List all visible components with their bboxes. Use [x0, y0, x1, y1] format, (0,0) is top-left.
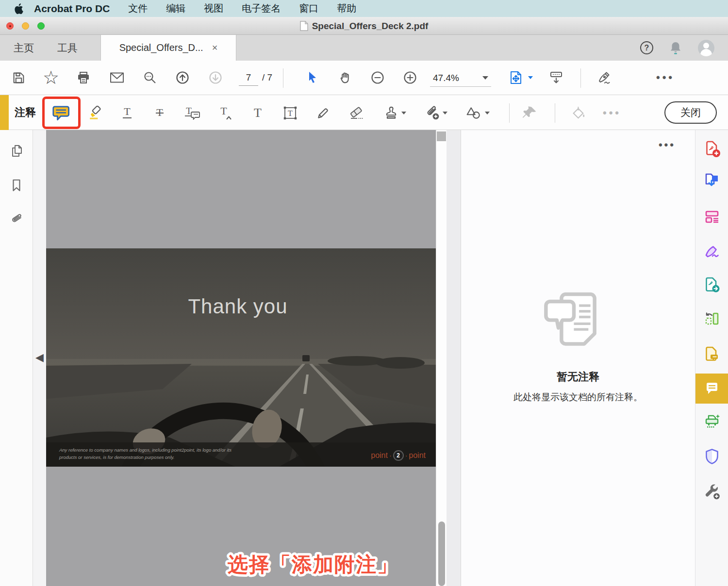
- svg-text:T: T: [156, 106, 163, 118]
- eraser-icon[interactable]: [345, 101, 368, 125]
- previous-page-icon[interactable]: [171, 66, 194, 89]
- page-total-label: / 7: [262, 72, 272, 83]
- more-comment-tools-icon[interactable]: •••: [600, 101, 624, 125]
- comments-empty-title: 暂无注释: [557, 370, 599, 384]
- acrobat-window: Acrobat Pro DC 文件 编辑 视图 电子签名 窗口 帮助 Speci…: [0, 0, 728, 586]
- add-text-comment-icon[interactable]: T: [246, 101, 269, 125]
- slide-title: Thank you: [46, 295, 430, 318]
- point2point-logo: point · 2 · point: [371, 450, 426, 461]
- tab-document[interactable]: Special_Offers_D... ×: [101, 35, 236, 61]
- collapse-toolbar-icon[interactable]: [545, 66, 568, 89]
- window-title: Special_Offers_Deck 2.pdf: [312, 21, 429, 32]
- insert-text-icon[interactable]: T: [214, 101, 237, 125]
- export-share-pdf-icon[interactable]: [703, 276, 721, 293]
- comment-toolbar: 注释 T T T T T T: [0, 95, 728, 130]
- edit-pdf-icon[interactable]: [703, 208, 721, 225]
- chevron-down-icon[interactable]: [526, 66, 535, 89]
- page-thumbnails-icon[interactable]: [9, 144, 24, 158]
- chevron-down-icon: [482, 76, 488, 80]
- menu-item-file[interactable]: 文件: [128, 2, 148, 15]
- scrollbar-nub[interactable]: [437, 131, 446, 141]
- next-page-icon[interactable]: [204, 66, 227, 89]
- tab-close-icon[interactable]: ×: [212, 42, 218, 53]
- tab-document-label: Special_Offers_D...: [119, 42, 203, 53]
- notifications-bell-icon[interactable]: [669, 41, 682, 55]
- protect-pdf-icon[interactable]: [703, 448, 721, 465]
- document-canvas: Thank you Any reference to company names…: [46, 130, 436, 586]
- previous-page-chevron[interactable]: ◀: [35, 351, 44, 364]
- save-icon[interactable]: [7, 66, 30, 89]
- bookmarks-icon[interactable]: [10, 179, 23, 192]
- slide-disclaimer: Any reference to company names and logos…: [59, 446, 232, 461]
- menu-item-edit[interactable]: 编辑: [166, 2, 185, 15]
- document-icon: [300, 21, 308, 31]
- strikethrough-text-icon[interactable]: T: [148, 101, 171, 125]
- request-comments-doc-icon[interactable]: [703, 345, 721, 363]
- pin-keep-tool-icon[interactable]: [518, 101, 542, 125]
- email-icon[interactable]: [105, 66, 129, 89]
- fill-color-icon[interactable]: [567, 101, 590, 125]
- comments-options-icon[interactable]: •••: [659, 139, 676, 151]
- favorite-star-icon[interactable]: ☆: [39, 66, 63, 89]
- more-tools-wrench-icon[interactable]: [703, 483, 721, 500]
- text-box-icon[interactable]: T: [279, 101, 302, 125]
- scrollbar-thumb[interactable]: [438, 521, 445, 586]
- svg-text:T: T: [124, 106, 131, 117]
- underline-text-icon[interactable]: T: [116, 101, 139, 125]
- zoom-level-dropdown[interactable]: 47.4%: [430, 69, 491, 87]
- toolbar-divider: [555, 103, 555, 123]
- sign-pen-icon[interactable]: [593, 66, 616, 89]
- search-icon[interactable]: [138, 66, 162, 89]
- tab-tools[interactable]: 工具: [57, 35, 78, 61]
- main-toolbar: ☆ 7 / 7 47.4%: [0, 61, 728, 95]
- scan-ocr-icon[interactable]: [703, 413, 721, 430]
- caption-text: 选择「添加附注」: [227, 553, 398, 576]
- create-pdf-icon[interactable]: [703, 140, 721, 158]
- close-comment-toolbar-button[interactable]: 关闭: [664, 101, 717, 124]
- toolbar-divider: [283, 68, 283, 88]
- window-title-bar: Special_Offers_Deck 2.pdf: [0, 17, 728, 35]
- toolbar-divider: [509, 103, 510, 123]
- menu-app-name[interactable]: Acrobat Pro DC: [34, 3, 110, 15]
- menu-item-window[interactable]: 窗口: [299, 2, 318, 15]
- select-tool-icon[interactable]: [301, 66, 324, 89]
- replace-text-icon[interactable]: T: [181, 101, 204, 125]
- comment-tool-icon[interactable]: [703, 380, 721, 397]
- attach-file-icon[interactable]: [421, 101, 444, 125]
- organize-pages-icon[interactable]: [703, 310, 721, 327]
- stamp-icon[interactable]: [380, 101, 403, 125]
- account-avatar[interactable]: [698, 40, 714, 56]
- highlight-text-icon[interactable]: [83, 101, 107, 125]
- export-pdf-icon[interactable]: [703, 172, 721, 189]
- apple-logo-icon[interactable]: [15, 3, 24, 15]
- panel-splitter[interactable]: [447, 130, 461, 586]
- tutorial-highlight-box: [42, 97, 81, 129]
- svg-text:T: T: [288, 109, 293, 117]
- tutorial-caption: 选择「添加附注」: [197, 546, 430, 583]
- chevron-down-icon[interactable]: [441, 101, 449, 125]
- hand-tool-icon[interactable]: [333, 66, 357, 89]
- more-tools-icon[interactable]: •••: [654, 66, 677, 89]
- zoom-in-icon[interactable]: [398, 66, 422, 89]
- menu-item-view[interactable]: 视图: [204, 2, 223, 15]
- zoom-out-icon[interactable]: [366, 66, 389, 89]
- comments-empty-state: 暂无注释 此处将显示该文档的所有注释。: [461, 290, 695, 404]
- fit-page-icon[interactable]: [504, 66, 528, 89]
- menu-item-esign[interactable]: 电子签名: [242, 2, 281, 15]
- chevron-down-icon[interactable]: [400, 101, 408, 125]
- drawing-shapes-icon[interactable]: [462, 101, 485, 125]
- fill-and-sign-icon[interactable]: [703, 242, 721, 260]
- attachments-icon[interactable]: [10, 212, 23, 226]
- menu-item-help[interactable]: 帮助: [337, 2, 356, 15]
- vertical-scrollbar[interactable]: [436, 130, 447, 586]
- chevron-down-icon[interactable]: [483, 101, 491, 125]
- tab-home[interactable]: 主页: [14, 35, 34, 61]
- help-icon[interactable]: ?: [640, 41, 653, 54]
- draw-pencil-icon[interactable]: [312, 101, 335, 125]
- page-number-input[interactable]: 7: [239, 70, 258, 86]
- tools-rail: [695, 130, 728, 586]
- no-comments-illustration: [542, 290, 614, 352]
- zoom-level-value: 47.4%: [433, 73, 459, 83]
- toolbar-divider: [580, 68, 581, 88]
- print-icon[interactable]: [72, 66, 95, 89]
